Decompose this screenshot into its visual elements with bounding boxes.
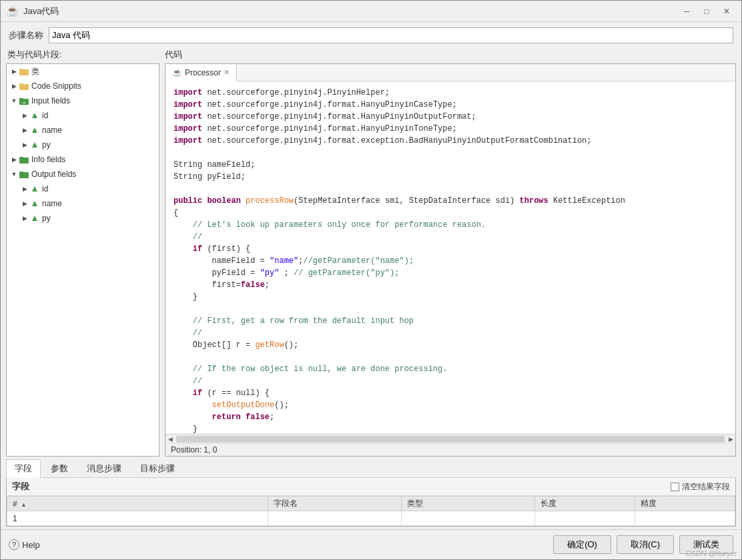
- horizontal-scrollbar[interactable]: ◀ ▶: [165, 434, 735, 443]
- maximize-button[interactable]: □: [697, 4, 716, 19]
- scroll-right-arrow[interactable]: ▶: [726, 435, 735, 444]
- editor-tab-processor[interactable]: ☕ Processor ✕: [165, 64, 237, 81]
- processor-tab-close[interactable]: ✕: [224, 68, 230, 77]
- col-header-precision[interactable]: 精度: [635, 497, 735, 511]
- tree-arrow-snippits: ▶: [9, 81, 19, 91]
- editor-tab-bar: ☕ Processor ✕: [165, 64, 735, 81]
- tree-item-output-py[interactable]: ▶ py: [7, 211, 159, 226]
- step-name-label: 步骤名称: [9, 29, 43, 41]
- fields-header-row: 字段 清空结果字段: [7, 478, 735, 496]
- right-panel: 代码 ☕ Processor ✕ import net.sourceforge.…: [165, 49, 736, 457]
- watermark: CSDN @huryer: [685, 549, 737, 557]
- confirm-button[interactable]: 确定(O): [553, 535, 611, 554]
- code-pre: import net.sourceforge.pinyin4j.PinyinHe…: [165, 81, 735, 434]
- svg-marker-15: [32, 201, 37, 206]
- tree-label-classes: 类: [31, 66, 159, 77]
- tree-item-output-name[interactable]: ▶ name: [7, 196, 159, 211]
- cell-num-1: 1: [7, 511, 268, 526]
- col-header-type[interactable]: 类型: [402, 497, 535, 511]
- tree-item-output-id[interactable]: ▶ id: [7, 182, 159, 196]
- tree-arrow-input-id: ▶: [20, 111, 29, 120]
- col-header-length[interactable]: 长度: [535, 497, 635, 511]
- tree-item-input-name[interactable]: ▶ name: [7, 123, 159, 137]
- step-name-input[interactable]: [49, 27, 733, 43]
- tree-label-output-py: py: [42, 214, 159, 223]
- col-header-num[interactable]: # ▲: [7, 497, 268, 511]
- tree-arrow-output-py: ▶: [20, 214, 29, 223]
- tree-arrow-input-name: ▶: [20, 125, 29, 135]
- scroll-left-arrow[interactable]: ◀: [165, 435, 175, 444]
- tree-label-input-fields: Input fields: [31, 96, 159, 105]
- tree-arrow-info-fields: ▶: [9, 155, 19, 164]
- cancel-button[interactable]: 取消(C): [617, 535, 674, 554]
- title-icon: ☕: [6, 5, 19, 17]
- tab-target-steps[interactable]: 目标步骤: [131, 459, 183, 477]
- item-icon-output-py: [29, 213, 40, 224]
- folder-icon-snippits: [19, 81, 29, 91]
- scroll-track-h[interactable]: [176, 436, 725, 443]
- svg-marker-9: [32, 142, 37, 148]
- svg-marker-8: [32, 127, 37, 133]
- folder-icon-info-fields: [19, 154, 29, 165]
- item-icon-input-py: [29, 139, 40, 150]
- tree-label-input-py: py: [42, 140, 159, 150]
- minimize-button[interactable]: ─: [677, 4, 696, 19]
- tree-item-snippits[interactable]: ▶ Code Snippits: [7, 79, 159, 93]
- tree-label-output-fields: Output fields: [31, 170, 159, 179]
- step-name-row: 步骤名称: [1, 22, 741, 49]
- bottom-tab-bar: 字段 参数 消息步骤 目标步骤: [6, 459, 736, 478]
- code-content[interactable]: import net.sourceforge.pinyin4j.PinyinHe…: [165, 81, 735, 434]
- tree-arrow-output-id: ▶: [20, 184, 29, 194]
- window-title: Java代码: [23, 5, 676, 17]
- svg-rect-11: [19, 157, 23, 159]
- tree-item-info-fields[interactable]: ▶ Info fields: [7, 152, 159, 167]
- svg-marker-7: [32, 113, 37, 118]
- svg-marker-16: [32, 216, 37, 221]
- tab-fields[interactable]: 字段: [6, 459, 41, 478]
- clear-result-checkbox[interactable]: [671, 483, 679, 491]
- tree-arrow-input-fields: ▼: [9, 96, 19, 105]
- title-bar: ☕ Java代码 ─ □ ✕: [1, 1, 741, 22]
- tree-item-input-id[interactable]: ▶ id: [7, 108, 159, 123]
- tree-label-input-id: id: [42, 111, 159, 120]
- tree-label-output-name: name: [42, 199, 159, 208]
- cell-type-1[interactable]: [402, 511, 535, 526]
- item-icon-input-id: [29, 110, 40, 121]
- fields-table-header-row: # ▲ 字段名 类型 长度 精度: [7, 497, 735, 511]
- tree-item-input-fields[interactable]: ▼ ⇒ Input fields: [7, 93, 159, 108]
- tree-arrow-input-py: ▶: [20, 140, 29, 150]
- tab-message-steps[interactable]: 消息步骤: [78, 459, 130, 477]
- tree-arrow-classes: ▶: [9, 67, 19, 76]
- close-button[interactable]: ✕: [717, 4, 736, 19]
- tree-item-input-py[interactable]: ▶ py: [7, 137, 159, 152]
- help-icon: ?: [9, 539, 19, 550]
- tab-params[interactable]: 参数: [42, 459, 77, 477]
- fields-header-title: 字段: [12, 481, 671, 493]
- code-panel-title: 代码: [165, 49, 736, 61]
- tree-arrow-output-name: ▶: [20, 199, 29, 208]
- cell-length-1[interactable]: [535, 511, 635, 526]
- main-window: ☕ Java代码 ─ □ ✕ 步骤名称 类与代码片段: ▶ 类: [0, 0, 742, 560]
- bottom-section: 字段 参数 消息步骤 目标步骤 字段 清空结果字段 # ▲ 字段名 类型: [1, 459, 741, 529]
- folder-icon-output-fields: [19, 169, 29, 180]
- fields-table: # ▲ 字段名 类型 长度 精度 1: [7, 496, 735, 526]
- help-button[interactable]: ? Help: [9, 539, 40, 550]
- clear-result-label: 清空结果字段: [682, 481, 730, 493]
- tree-label-output-id: id: [42, 184, 159, 194]
- cell-name-1[interactable]: [268, 511, 402, 526]
- svg-rect-13: [19, 172, 23, 174]
- item-icon-output-name: [29, 198, 40, 209]
- svg-marker-14: [32, 186, 37, 192]
- col-header-name[interactable]: 字段名: [268, 497, 402, 511]
- tree-panel[interactable]: ▶ 类 ▶ Code Snippits ▼: [6, 63, 159, 457]
- clear-checkbox-area: 清空结果字段: [671, 481, 730, 493]
- tree-label-snippits: Code Snippits: [31, 81, 159, 91]
- item-icon-output-id: [29, 184, 40, 194]
- table-row[interactable]: 1: [7, 511, 735, 526]
- tree-label-input-name: name: [42, 125, 159, 135]
- svg-rect-3: [19, 83, 23, 85]
- item-icon-input-name: [29, 125, 40, 135]
- tree-item-classes[interactable]: ▶ 类: [7, 64, 159, 79]
- tree-item-output-fields[interactable]: ▼ Output fields: [7, 167, 159, 182]
- cell-precision-1[interactable]: [635, 511, 735, 526]
